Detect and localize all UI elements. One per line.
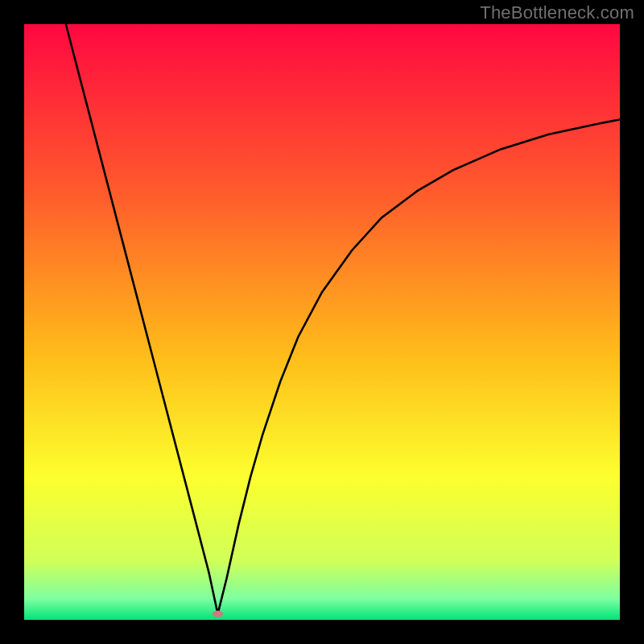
minimum-marker bbox=[213, 611, 223, 617]
plot-svg bbox=[24, 24, 620, 620]
plot-background bbox=[24, 24, 620, 620]
watermark-label: TheBottleneck.com bbox=[480, 2, 634, 23]
chart-container: TheBottleneck.com bbox=[0, 0, 644, 644]
